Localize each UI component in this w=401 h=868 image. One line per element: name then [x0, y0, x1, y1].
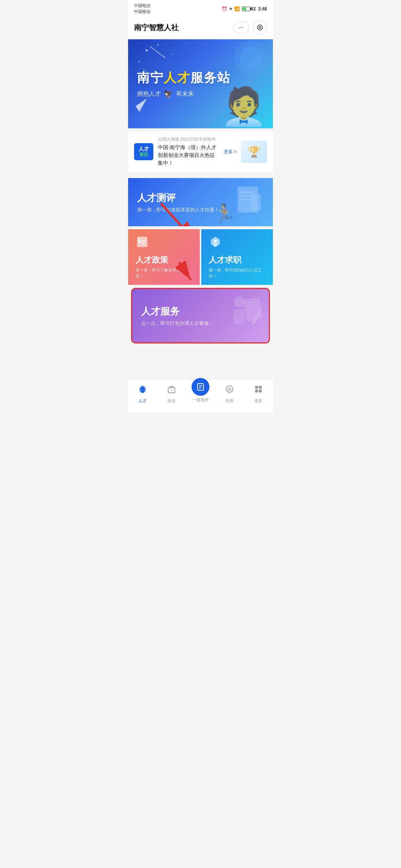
news-image-content: 🏆 [248, 146, 261, 158]
svg-rect-30 [243, 297, 263, 322]
policy-desc: 查一查，即可了解全市人才政策！ [136, 267, 192, 279]
policy-title: 人才政策 [136, 254, 192, 266]
svg-point-15 [255, 209, 257, 210]
status-right: ⏰ ⌖ 📶 52 3:48 [222, 6, 267, 11]
banner-decoration [239, 47, 262, 69]
svg-rect-35 [141, 391, 144, 393]
nav-label-insurance: 社保 [225, 398, 234, 404]
assessment-nav-btn[interactable] [192, 378, 209, 396]
svg-point-3 [157, 44, 159, 46]
assessment-desc: 测一测，即可知道能享受的人才待遇！ [137, 207, 219, 213]
banner-line2: 服务站 [190, 70, 231, 85]
bluetooth-icon: ⌖ [229, 6, 232, 11]
hero-banner[interactable]: 南宁人才服务站 拥抱人才 🦅 有未来 🧑‍💼 [128, 39, 273, 128]
nav-label-talent: 人才 [138, 398, 147, 404]
svg-point-28 [234, 296, 245, 308]
news-meta: 1230人阅读 2021/7/23 8:00发布 [158, 137, 219, 142]
nav-item-insurance[interactable]: SI 社保 [215, 382, 244, 405]
bottom-nav: 人才 就业 一键测评 SI 社 [128, 379, 273, 412]
bottom-spacer [128, 349, 273, 379]
policy-icon [136, 235, 192, 251]
banner-subtitle: 拥抱人才 🦅 有未来 [137, 89, 231, 98]
banner-line1: 南宁 [137, 70, 164, 85]
svg-rect-45 [255, 386, 258, 389]
carrier-info: 中国电信 中国移动 [134, 3, 150, 14]
scan-button[interactable] [253, 20, 267, 34]
svg-rect-47 [255, 389, 258, 392]
job-desc: 搜一搜，即可找到自己心仪工作！ [209, 267, 265, 279]
news-tag-line2: 资讯 [137, 152, 150, 158]
svg-line-6 [150, 47, 165, 58]
svg-point-4 [172, 54, 173, 55]
svg-point-0 [257, 25, 262, 30]
news-more-link[interactable]: 更多 > [224, 149, 237, 155]
news-content: 1230人阅读 2021/7/23 8:00发布 中国·南宁海（境）外人才创新创… [158, 137, 219, 167]
svg-text:SI: SI [228, 388, 231, 392]
employment-nav-icon [166, 384, 177, 397]
svg-rect-29 [234, 309, 245, 324]
banner-title: 南宁人才服务站 [137, 69, 231, 86]
carrier1-label: 中国电信 [134, 3, 150, 9]
nav-item-more[interactable]: 更多 [244, 382, 273, 405]
clock: 3:48 [258, 6, 267, 11]
carrier2-label: 中国移动 [134, 9, 150, 14]
assessment-title: 人才测评 [137, 191, 219, 204]
svg-rect-11 [240, 191, 253, 193]
job-title: 人才求职 [209, 254, 265, 266]
insurance-nav-icon: SI [224, 384, 235, 397]
talent-nav-icon [137, 384, 148, 397]
banner-subtitle2: 有未来 [176, 90, 194, 98]
svg-rect-12 [240, 195, 251, 197]
app-header: 南宁智慧人社 ··· [128, 16, 273, 39]
svg-rect-19 [138, 240, 141, 243]
svg-point-1 [259, 27, 261, 29]
header-actions: ··· [233, 20, 267, 34]
nav-label-more: 更多 [254, 398, 263, 404]
assessment-card[interactable]: 人才测评 测一测，即可知道能享受的人才待遇！ 🏃 [128, 178, 273, 226]
more-button[interactable]: ··· [233, 22, 249, 33]
app-title: 南宁智慧人社 [134, 23, 179, 33]
nav-item-employment[interactable]: 就业 [157, 382, 186, 405]
news-card[interactable]: 人才 资讯 1230人阅读 2021/7/23 8:00发布 中国·南宁海（境）… [128, 131, 273, 172]
svg-rect-14 [251, 194, 261, 211]
assessment-text: 人才测评 测一测，即可知道能享受的人才待遇！ [137, 191, 219, 213]
nav-item-talent[interactable]: 人才 [128, 382, 157, 405]
policy-card[interactable]: 人才政策 查一查，即可了解全市人才政策！ [128, 229, 200, 285]
banner-subtitle1: 拥抱人才 [137, 90, 161, 98]
more-nav-icon [253, 384, 264, 397]
signal-icon: 📶 [234, 6, 240, 11]
nav-label-assessment: 一键测评 [192, 397, 209, 403]
job-icon [209, 235, 265, 251]
news-image: 🏆 [241, 141, 267, 163]
nav-item-assessment[interactable]: 一键测评 [186, 382, 215, 405]
svg-rect-46 [259, 386, 262, 389]
banner-highlight: 人才 [164, 70, 190, 85]
svg-point-27 [214, 240, 217, 243]
svg-rect-21 [141, 240, 146, 241]
news-tag: 人才 资讯 [134, 143, 153, 160]
battery-level: 52 [251, 6, 256, 11]
alarm-icon: ⏰ [222, 6, 227, 11]
service-desc: 点一点，即可打包办理人才事项！ [141, 320, 213, 327]
feature-row: 人才政策 查一查，即可了解全市人才政策！ 人才求职 [128, 229, 273, 285]
service-deco [221, 291, 265, 342]
svg-rect-48 [259, 389, 262, 392]
service-text: 人才服务 点一点，即可打包办理人才事项！ [141, 305, 213, 327]
svg-rect-20 [138, 238, 140, 240]
battery-indicator: 52 [242, 6, 256, 11]
service-title: 人才服务 [141, 305, 213, 318]
svg-point-36 [141, 387, 144, 390]
svg-rect-26 [213, 243, 217, 246]
svg-rect-23 [141, 243, 144, 244]
assessment-deco [232, 185, 265, 220]
service-card[interactable]: 人才服务 点一点，即可打包办理人才事项！ [131, 288, 270, 343]
feature-section: 人才测评 测一测，即可知道能享受的人才待遇！ 🏃 [128, 175, 273, 349]
svg-point-2 [146, 49, 148, 52]
svg-rect-22 [141, 242, 145, 243]
banner-content: 南宁人才服务站 拥抱人才 🦅 有未来 [128, 62, 239, 106]
job-card[interactable]: 人才求职 搜一搜，即可找到自己心仪工作！ [201, 229, 273, 285]
news-headline: 中国·南宁海（境）外人才创新创业大赛项目火热征集中！ [158, 144, 219, 167]
svg-rect-38 [171, 390, 172, 391]
news-tag-line1: 人才 [137, 145, 150, 152]
nav-label-employment: 就业 [167, 398, 176, 404]
